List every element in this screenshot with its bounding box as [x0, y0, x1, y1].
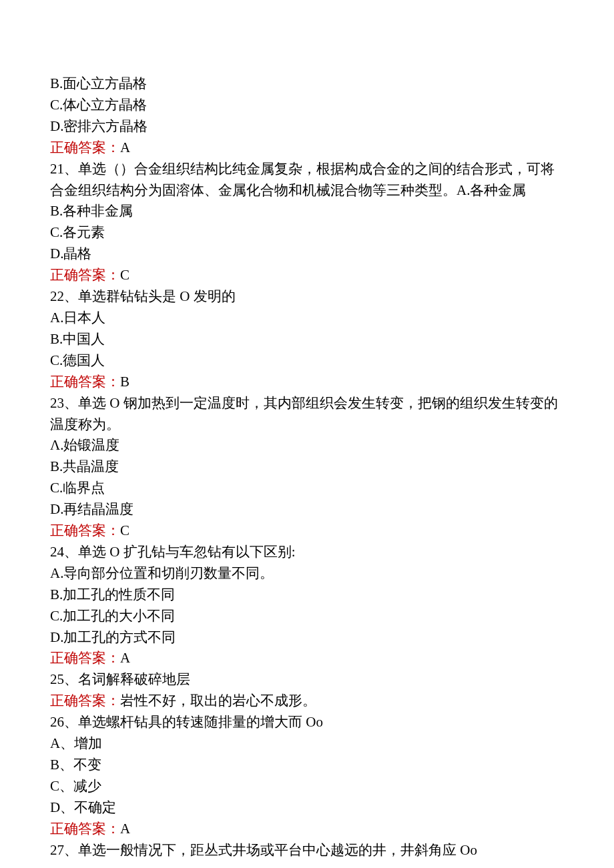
text-line: B、不变 — [50, 755, 564, 776]
text-line: D.加工孔的方式不同 — [50, 627, 564, 648]
text-line: 正确答案：A — [50, 137, 564, 159]
text-line: 正确答案：C — [50, 265, 564, 286]
answer-value: C — [120, 267, 129, 283]
answer-label: 正确答案： — [50, 693, 120, 709]
answer-label: 正确答案： — [50, 374, 120, 390]
text-line: D、不确定 — [50, 797, 564, 819]
text-line: 正确答案：B — [50, 372, 564, 393]
text-line: 23、单选 O 钢加热到一定温度时，其内部组织会发生转变，把钢的组织发生转变的温… — [50, 393, 564, 436]
text-line: B.加工孔的性质不同 — [50, 584, 564, 606]
text-line: A.日本人 — [50, 308, 564, 329]
answer-value: A — [120, 650, 130, 666]
text-line: 26、单选螺杆钻具的转速随排量的增大而 Oo — [50, 712, 564, 733]
text-line: 22、单选群钻钻头是 O 发明的 — [50, 286, 564, 308]
text-line: C.各元素 — [50, 222, 564, 244]
text-line: D.密排六方晶格 — [50, 116, 564, 137]
answer-label: 正确答案： — [50, 650, 120, 666]
text-line: C.德国人 — [50, 350, 564, 372]
text-line: 24、单选 O 扩孔钻与车忽钻有以下区别: — [50, 542, 564, 563]
text-line: B.中国人 — [50, 329, 564, 350]
answer-value: B — [120, 374, 129, 390]
answer-label: 正确答案： — [50, 139, 120, 155]
answer-label: 正确答案： — [50, 522, 120, 538]
answer-label: 正确答案： — [50, 267, 120, 283]
text-line: 21、单选（）合金组织结构比纯金属复杂，根据构成合金的之间的结合形式，可将合金组… — [50, 159, 564, 201]
text-line: C.体心立方晶格 — [50, 95, 564, 116]
answer-label: 正确答案： — [50, 821, 120, 837]
answer-value: C — [120, 522, 129, 538]
text-line: A、增加 — [50, 733, 564, 755]
text-line: D.晶格 — [50, 244, 564, 265]
text-line: 正确答案：岩性不好，取出的岩心不成形。 — [50, 691, 564, 712]
text-line: B.各种非金属 — [50, 201, 564, 222]
answer-value: 岩性不好，取出的岩心不成形。 — [120, 693, 316, 709]
text-line: 27、单选一般情况下，距丛式井场或平台中心越远的井，井斜角应 Oo — [50, 840, 564, 861]
text-line: C、减少 — [50, 776, 564, 797]
text-line: 25、名词解释破碎地层 — [50, 669, 564, 691]
text-line: 正确答案：C — [50, 520, 564, 542]
document-body: B.面心立方晶格C.体心立方晶格D.密排六方晶格正确答案：A21、单选（）合金组… — [50, 73, 564, 861]
text-line: C.临界点 — [50, 478, 564, 499]
text-line: B.面心立方晶格 — [50, 73, 564, 95]
text-line: 正确答案：A — [50, 648, 564, 669]
text-line: D.再结晶温度 — [50, 499, 564, 520]
answer-value: A — [120, 139, 130, 155]
text-line: C.加工孔的大小不同 — [50, 606, 564, 627]
answer-value: A — [120, 821, 130, 837]
text-line: Λ.始锻温度 — [50, 435, 564, 456]
text-line: B.共晶温度 — [50, 456, 564, 478]
text-line: 正确答案：A — [50, 819, 564, 840]
text-line: A.导向部分位置和切削刃数量不同。 — [50, 563, 564, 584]
